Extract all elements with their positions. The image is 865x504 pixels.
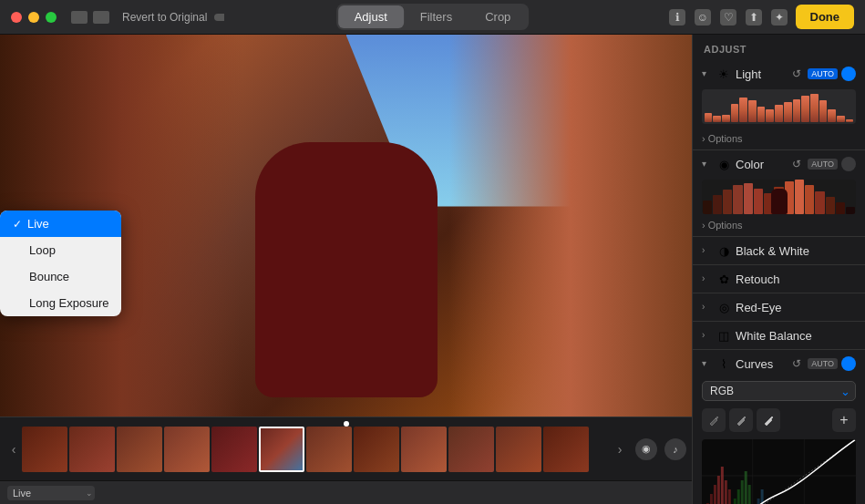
eyedropper-white-btn[interactable] [757, 408, 780, 432]
checkmark-icon: ✓ [13, 218, 22, 231]
info-icon[interactable]: ℹ [669, 9, 685, 26]
section-light-header[interactable]: ▾ ☀ Light ↺ AUTO [693, 60, 865, 87]
filmstrip-dot [344, 421, 349, 427]
curves-graph[interactable] [702, 439, 856, 504]
curves-icon: ⌇ [716, 356, 731, 371]
chevron-down-icon: ▾ [702, 68, 713, 79]
curves-add-point-btn[interactable]: + [832, 408, 856, 432]
filmstrip-thumb[interactable] [448, 427, 494, 472]
eyedropper-gray-btn[interactable] [729, 408, 753, 432]
photo-wall-right [449, 35, 692, 417]
light-icon: ☀ [716, 67, 731, 81]
done-button[interactable]: Done [796, 5, 855, 29]
chevron-right-icon-bw: › [702, 245, 713, 256]
section-curves: ▾ ⌇ Curves ↺ AUTO RGB Red Green Blue [693, 350, 865, 504]
svg-rect-10 [728, 489, 731, 504]
photo-canvas[interactable]: ✓ Live Loop Bounce Long Exposure [0, 35, 692, 417]
tab-adjust[interactable]: Adjust [338, 5, 404, 28]
filmstrip-thumb[interactable] [543, 427, 589, 472]
chevron-right-icon: › [702, 133, 705, 144]
filmstrip-sound-icon[interactable]: ♪ [664, 438, 686, 460]
titlebar: Revert to Original Adjust Filters Crop ℹ… [0, 0, 865, 35]
dropdown-item-bounce[interactable]: Bounce [0, 263, 121, 290]
filmstrip-thumb[interactable] [401, 427, 447, 472]
color-options-label: Options [708, 220, 743, 231]
color-reset-icon[interactable]: ↺ [789, 157, 804, 171]
section-red-eye-header[interactable]: › ◎ Red-Eye [693, 293, 865, 321]
revert-button[interactable]: Revert to Original [122, 11, 207, 24]
emoji-icon[interactable]: ☺ [695, 9, 711, 26]
svg-rect-6 [714, 485, 716, 504]
photo-area: ✓ Live Loop Bounce Long Exposure [0, 35, 692, 504]
color-label: Color [736, 158, 789, 171]
tab-group: Adjust Filters Crop [336, 4, 530, 30]
light-histogram [702, 89, 856, 124]
dropdown-item-long-exposure[interactable]: Long Exposure [0, 290, 121, 316]
svg-rect-5 [710, 494, 713, 504]
rgb-select-wrapper[interactable]: RGB Red Green Blue [702, 381, 856, 401]
filmstrip-thumb[interactable] [211, 427, 257, 472]
close-button[interactable] [11, 12, 22, 23]
filmstrip-controls: ◉ ♪ [635, 438, 686, 460]
live-mode-dropdown: ✓ Live Loop Bounce Long Exposure [0, 211, 121, 316]
curves-auto-badge[interactable]: AUTO [808, 358, 838, 369]
light-options-row: › Options [693, 129, 865, 149]
section-retouch-header[interactable]: › ✿ Retouch [693, 265, 865, 293]
section-red-eye: › ◎ Red-Eye [693, 293, 865, 322]
color-options-toggle[interactable]: › Options [702, 220, 743, 231]
section-bw-header[interactable]: › ◑ Black & White [693, 237, 865, 264]
minimize-button[interactable] [28, 12, 39, 23]
svg-rect-7 [717, 476, 720, 504]
filmstrip-thumb-selected[interactable] [259, 427, 304, 472]
curves-channel-select[interactable]: RGB Red Green Blue [702, 381, 856, 401]
magic-icon[interactable]: ✦ [771, 9, 788, 26]
progress-spinner [214, 14, 240, 21]
filmstrip-play-icon[interactable]: ◉ [635, 438, 657, 460]
red-eye-label: Red-Eye [736, 301, 856, 314]
maximize-button[interactable] [46, 12, 57, 23]
filmstrip-thumb[interactable] [22, 427, 67, 472]
sidebar-toggle-icon[interactable] [71, 11, 88, 24]
filmstrip-thumb[interactable] [354, 427, 399, 472]
light-toggle-btn[interactable] [841, 67, 856, 81]
heart-icon[interactable]: ♡ [720, 9, 736, 26]
adjust-panel-header: ADJUST [693, 35, 865, 60]
live-mode-selector[interactable]: Live Loop Bounce Long Exposure ⌄ [7, 486, 93, 500]
eyedropper-black-btn[interactable] [702, 408, 726, 432]
filmstrip-next[interactable]: › [612, 441, 628, 458]
section-curves-header[interactable]: ▾ ⌇ Curves ↺ AUTO [693, 350, 865, 377]
live-mode-select[interactable]: Live Loop Bounce Long Exposure [7, 486, 95, 500]
curves-toggle-btn[interactable] [841, 356, 856, 371]
color-toggle-btn[interactable] [841, 157, 856, 171]
color-thumbnail [702, 180, 856, 214]
dropdown-item-live[interactable]: ✓ Live [0, 211, 121, 237]
color-auto-badge[interactable]: AUTO [808, 159, 838, 170]
filmstrip-thumb[interactable] [117, 427, 162, 472]
tab-crop[interactable]: Crop [469, 5, 527, 28]
light-auto-badge[interactable]: AUTO [808, 68, 838, 79]
retouch-icon: ✿ [716, 272, 731, 286]
wb-label: White Balance [736, 329, 856, 343]
dropdown-item-loop[interactable]: Loop [0, 237, 121, 263]
filmstrip-thumb[interactable] [496, 427, 541, 472]
curves-reset-icon[interactable]: ↺ [789, 356, 804, 371]
color-icon: ◉ [716, 157, 731, 171]
filmstrip-thumb[interactable] [69, 427, 115, 472]
filmstrip-thumb[interactable] [306, 427, 352, 472]
section-color-header[interactable]: ▾ ◉ Color ↺ AUTO [693, 150, 865, 178]
white-balance-icon: ◫ [716, 328, 731, 343]
filmstrip-prev[interactable]: ‹ [5, 441, 22, 458]
svg-rect-9 [725, 480, 727, 504]
split-view-icon[interactable] [93, 11, 109, 24]
light-reset-icon[interactable]: ↺ [789, 67, 804, 81]
svg-rect-8 [721, 467, 724, 504]
light-label: Light [736, 67, 789, 81]
tab-filters[interactable]: Filters [404, 5, 469, 28]
bw-label: Black & White [736, 244, 856, 258]
curves-label: Curves [736, 357, 789, 371]
light-options-toggle[interactable]: › Options [702, 133, 743, 144]
section-wb-header[interactable]: › ◫ White Balance [693, 322, 865, 349]
filmstrip-thumb[interactable] [164, 427, 210, 472]
section-bw: › ◑ Black & White [693, 237, 865, 265]
share-icon[interactable]: ⬆ [746, 9, 762, 26]
